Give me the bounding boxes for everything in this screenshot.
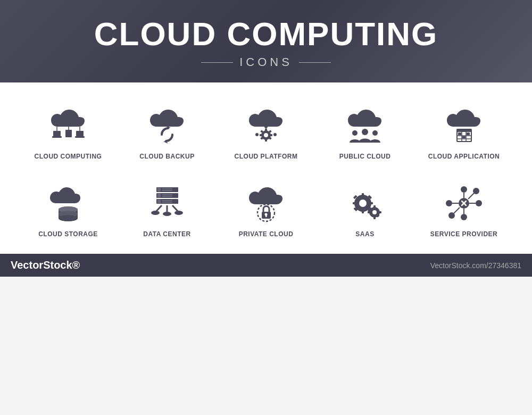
header: CLOUD COMPUTING ICONS <box>0 0 532 82</box>
public-cloud-label: PUBLIC CLOUD <box>339 153 391 160</box>
data-center-icon <box>143 181 191 224</box>
cloud-computing-label: CLOUD COMPUTING <box>35 153 102 160</box>
cloud-application-label: CLOUD APPLICATION <box>428 153 500 160</box>
svg-rect-4 <box>75 136 85 138</box>
svg-point-92 <box>476 200 482 206</box>
icon-grid: CLOUD COMPUTING CLOUD BACKUP <box>21 98 511 243</box>
svg-rect-78 <box>373 217 376 219</box>
header-title: CLOUD COMPUTING <box>11 16 521 52</box>
svg-point-58 <box>151 211 160 215</box>
svg-rect-53 <box>162 200 172 201</box>
svg-point-88 <box>461 214 467 220</box>
private-cloud-icon <box>242 181 290 224</box>
svg-rect-64 <box>265 215 267 217</box>
cloud-storage-label: CLOUD STORAGE <box>38 230 98 238</box>
private-cloud-label: PRIVATE CLOUD <box>239 230 294 238</box>
data-center-label: DATA CENTER <box>143 230 190 238</box>
svg-line-95 <box>468 193 474 199</box>
cloud-computing-icon <box>44 104 92 146</box>
svg-rect-48 <box>157 194 161 197</box>
svg-rect-45 <box>162 188 172 189</box>
svg-point-22 <box>273 133 277 136</box>
svg-point-23 <box>362 129 368 135</box>
svg-rect-77 <box>373 205 376 208</box>
svg-point-24 <box>352 130 358 136</box>
svg-rect-68 <box>362 210 364 213</box>
icon-item-cloud-application: CLOUD APPLICATION <box>417 98 511 165</box>
svg-point-59 <box>163 212 171 216</box>
icon-item-data-center: DATA CENTER <box>120 176 214 243</box>
icon-item-cloud-platform: CLOUD PLATFORM <box>219 98 313 165</box>
svg-point-10 <box>264 133 268 137</box>
svg-rect-2 <box>65 130 72 137</box>
svg-rect-67 <box>362 193 364 197</box>
footer-logo: VectorStock® <box>11 259 80 271</box>
cloud-backup-icon <box>143 104 191 146</box>
svg-rect-54 <box>162 202 172 203</box>
svg-rect-80 <box>379 211 381 213</box>
cloud-platform-icon <box>242 104 290 146</box>
svg-rect-49 <box>162 194 172 195</box>
cloud-platform-label: CLOUD PLATFORM <box>235 153 298 160</box>
main-content: CLOUD COMPUTING CLOUD BACKUP <box>0 82 532 254</box>
svg-rect-32 <box>458 132 461 135</box>
svg-rect-0 <box>53 131 61 136</box>
svg-point-76 <box>372 210 377 214</box>
header-subtitle: ICONS <box>11 55 521 69</box>
saas-icon <box>341 181 389 224</box>
icon-item-cloud-backup: CLOUD BACKUP <box>120 98 214 165</box>
footer-url: VectorStock.com/27346381 <box>430 261 521 270</box>
svg-point-86 <box>461 186 467 193</box>
cloud-backup-label: CLOUD BACKUP <box>139 153 194 160</box>
cloud-application-icon <box>440 104 488 146</box>
icon-item-private-cloud: PRIVATE CLOUD <box>219 176 313 243</box>
svg-rect-1 <box>52 136 62 138</box>
svg-rect-50 <box>162 196 172 197</box>
service-provider-label: SERVICE PROVIDER <box>430 230 497 238</box>
svg-point-25 <box>372 130 378 136</box>
svg-rect-12 <box>265 139 267 142</box>
svg-point-19 <box>264 125 268 128</box>
svg-point-60 <box>174 211 183 215</box>
icon-item-cloud-storage: CLOUD STORAGE <box>21 176 115 243</box>
icon-item-saas: SAAS <box>318 176 412 243</box>
svg-rect-14 <box>270 134 272 136</box>
icon-item-cloud-computing: CLOUD COMPUTING <box>21 98 115 165</box>
svg-point-66 <box>359 200 367 207</box>
saas-label: SAAS <box>355 230 374 238</box>
svg-rect-70 <box>369 202 373 204</box>
svg-point-42 <box>59 215 78 221</box>
svg-point-90 <box>446 200 452 206</box>
svg-rect-79 <box>368 211 370 213</box>
svg-rect-69 <box>353 202 356 204</box>
svg-rect-13 <box>260 134 262 136</box>
svg-rect-46 <box>162 190 172 191</box>
icon-item-public-cloud: PUBLIC CLOUD <box>318 98 412 165</box>
svg-rect-52 <box>157 200 161 203</box>
public-cloud-icon <box>341 104 389 146</box>
svg-line-97 <box>454 208 460 213</box>
service-provider-icon <box>440 181 488 224</box>
icon-item-service-provider: SERVICE PROVIDER <box>417 176 511 243</box>
cloud-storage-icon <box>44 181 92 224</box>
svg-rect-44 <box>157 188 161 192</box>
svg-rect-34 <box>467 132 470 135</box>
footer: VectorStock® VectorStock.com/27346381 <box>0 254 532 277</box>
svg-rect-3 <box>76 131 84 136</box>
svg-point-21 <box>255 133 259 136</box>
svg-rect-33 <box>462 136 466 138</box>
